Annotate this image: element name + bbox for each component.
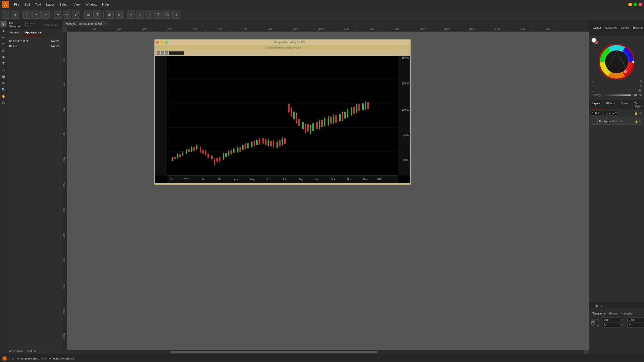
menu-file[interactable]: File	[12, 2, 22, 7]
layer-lock-icon: 🔒	[635, 120, 638, 123]
app-tool-1[interactable]	[157, 51, 160, 55]
h-field: H:	[621, 323, 644, 328]
menu-select[interactable]: Select	[57, 2, 71, 7]
text-tool[interactable]: T	[1, 60, 7, 66]
stroke-color-dot[interactable]	[9, 40, 12, 42]
preferences-btn[interactable]: Preferences...	[43, 23, 60, 26]
align-middle-btn[interactable]: ⊟	[163, 11, 171, 19]
align-left-btn[interactable]: ⊣	[127, 11, 135, 19]
layer-item-background[interactable]: Background (Pixel) 🔒 👁	[590, 118, 643, 125]
svg-rect-19	[191, 148, 192, 152]
node-tool[interactable]: ◈	[1, 28, 7, 34]
menu-window[interactable]: Window	[83, 2, 100, 7]
h-scrollbar[interactable]	[67, 350, 584, 354]
pen-tool-btn[interactable]: ✒	[54, 11, 62, 19]
layers-tab-layers[interactable]: Layers	[589, 100, 603, 109]
transform-tab-history[interactable]: History	[608, 311, 619, 315]
add-fill-btn[interactable]: Add Fill	[27, 348, 36, 353]
w-input[interactable]	[603, 323, 620, 328]
h-input[interactable]	[627, 323, 644, 328]
align-top-btn[interactable]: ⊤	[154, 11, 162, 19]
align-right-btn[interactable]: ⊢	[145, 11, 153, 19]
align-bottom-btn[interactable]: ⊥	[172, 11, 180, 19]
fill-btn[interactable]: ◉	[106, 11, 114, 19]
layer-options-btn[interactable]: ≡	[600, 304, 602, 308]
app-icon[interactable]: A	[2, 1, 9, 8]
layers-tab-textstyles[interactable]: Text Styles	[631, 100, 644, 109]
brush-btn[interactable]: 🖌	[72, 11, 80, 19]
app-input-bar[interactable]	[169, 51, 184, 55]
fill-tool[interactable]: ◉	[1, 54, 7, 60]
aw-close-btn[interactable]	[156, 41, 159, 44]
y-input[interactable]	[627, 318, 644, 322]
swatches-tab[interactable]: Swatches	[603, 25, 619, 30]
layers-tab-styles[interactable]: Styles	[618, 100, 631, 109]
color-wheel[interactable]	[599, 44, 634, 79]
close-tab-btn[interactable]: ×	[105, 22, 106, 25]
lock-icon[interactable]: 🔒	[634, 111, 638, 115]
l-value-row: L: 92	[591, 88, 641, 93]
transform-tab-navigator[interactable]: Navigator	[620, 311, 635, 315]
app-tool-3[interactable]	[165, 51, 168, 55]
tab-appearance[interactable]: Appearance	[22, 29, 45, 36]
h-value-row: H: 0	[591, 79, 641, 83]
zoom-tool[interactable]: 🔍	[1, 86, 7, 93]
s-value-row: S: 0	[591, 84, 641, 88]
transform-anchor-icon[interactable]: ⊞	[591, 320, 595, 326]
transform-tab-transform[interactable]: Transform	[591, 311, 607, 315]
tab-assets[interactable]: Assets	[7, 29, 22, 36]
brush-tool[interactable]: 🖌	[1, 47, 7, 53]
move-tool-btn[interactable]: ⊹	[2, 11, 10, 19]
primary-color-circle[interactable]	[591, 38, 596, 43]
node-tool-btn[interactable]: ◈	[11, 11, 19, 19]
menu-text[interactable]: Text	[32, 2, 44, 7]
minimize-button[interactable]	[628, 3, 632, 6]
app-tool-2[interactable]	[161, 51, 164, 55]
app-toolbar	[155, 50, 410, 56]
pencil-tool[interactable]: ✏	[1, 41, 7, 47]
eyedropper-tool[interactable]: ⊕	[1, 80, 7, 86]
x-input[interactable]	[603, 318, 620, 322]
h-scroll-thumb[interactable]	[170, 351, 377, 353]
color-tab[interactable]: Colour	[591, 25, 603, 30]
brushes-tab[interactable]: Brushes	[631, 25, 644, 30]
gradient-tool[interactable]: ▦	[1, 73, 7, 79]
pen-tool[interactable]: ✒	[1, 34, 7, 40]
svg-rect-85	[284, 138, 286, 144]
aw-min-btn[interactable]	[161, 41, 163, 44]
add-stroke-btn[interactable]: Add Stroke	[9, 348, 23, 353]
secondary-color-circle[interactable]	[594, 41, 598, 44]
layer-opacity-input[interactable]	[591, 111, 602, 115]
maximize-button[interactable]	[633, 3, 637, 6]
shape-btn[interactable]: ▭	[84, 11, 92, 19]
hand-tool[interactable]: ✋	[1, 93, 7, 99]
crop-tool[interactable]: ⊡	[1, 100, 7, 106]
text-btn[interactable]: T	[93, 11, 101, 19]
transform-btn[interactable]: ⬚	[23, 11, 31, 19]
close-button[interactable]	[638, 3, 642, 6]
visibility-icon[interactable]: 👁	[639, 111, 642, 115]
aw-max-btn[interactable]	[165, 41, 168, 44]
menu-layer[interactable]: Layer	[44, 2, 57, 7]
crop-btn[interactable]: ✂	[32, 11, 41, 19]
select-tool[interactable]: ↖	[1, 21, 7, 27]
layers-tab-effects[interactable]: Effects	[603, 100, 618, 109]
align-center-btn[interactable]: ⊡	[136, 11, 144, 19]
menu-edit[interactable]: Edit	[22, 2, 32, 7]
shape-tool[interactable]: ▭	[1, 67, 7, 73]
doc-setup-btn[interactable]: Document Setup...	[24, 22, 41, 28]
add-layer-btn[interactable]: +	[591, 304, 593, 308]
canvas-viewport[interactable]: This part themed by the OS This beige bo…	[67, 32, 589, 350]
blend-mode-dropdown[interactable]: Normal ▾	[604, 111, 619, 115]
layer-eye-icon: 👁	[639, 120, 641, 123]
canvas-tab-wave59[interactable]: Wave 59 - current.png (69.5%) ×	[62, 21, 109, 26]
export-btn[interactable]: ↗	[42, 11, 50, 19]
delete-layer-btn[interactable]: 🗑	[595, 304, 598, 308]
sample-btn[interactable]: ◈	[115, 11, 123, 19]
stroke-tab[interactable]: Stroke	[619, 25, 631, 30]
pencil-btn[interactable]: ✏	[63, 11, 71, 19]
opacity-slider[interactable]	[602, 95, 631, 96]
menu-help[interactable]: Help	[100, 2, 111, 7]
menu-view[interactable]: View	[71, 2, 83, 7]
fill-color-dot[interactable]	[9, 45, 12, 47]
